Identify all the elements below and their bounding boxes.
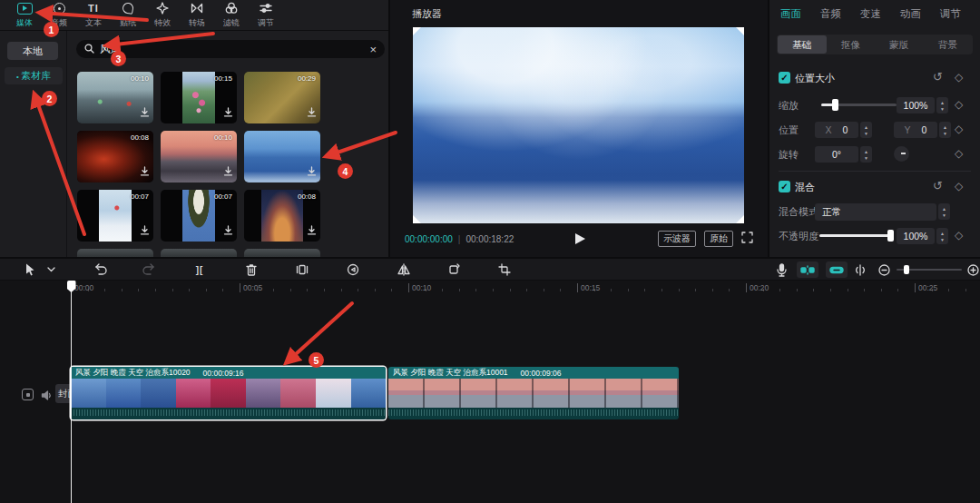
reverse-icon[interactable] (346, 262, 360, 277)
download-icon[interactable] (307, 104, 317, 121)
redo-icon[interactable] (142, 262, 156, 277)
search-input[interactable] (100, 44, 364, 54)
mirror-icon[interactable] (397, 262, 411, 277)
tab-speed[interactable]: 变速 (860, 7, 881, 21)
tab-picture[interactable]: 画面 (780, 7, 801, 21)
tab-media[interactable]: 媒体 (7, 2, 42, 29)
download-icon[interactable] (307, 222, 317, 239)
play-button[interactable] (575, 233, 585, 244)
tab-adjust[interactable]: 调节 (249, 2, 283, 29)
rotate-stepper[interactable]: ▲▼ (860, 146, 872, 163)
auto-snap-icon[interactable] (797, 261, 818, 278)
subtab-mask[interactable]: 蒙版 (875, 35, 924, 54)
timeline-clip-1[interactable]: 风景 夕阳 晚霞 天空 治愈系10020 00:00:09:16 (71, 367, 386, 419)
tab-adjust-settings[interactable]: 调节 (940, 7, 961, 21)
zoom-in-icon[interactable] (965, 262, 980, 277)
tab-effects[interactable]: 特效 (145, 2, 180, 29)
position-row: 位置 X0 ▲▼ Y0 ▲▼ ◇ (769, 121, 980, 139)
timeline-clip-2[interactable]: 风景 夕阳 晚霞 天空 治愈系10001 00:00:09:06 (388, 367, 679, 419)
rotate-icon[interactable] (446, 262, 461, 277)
keyframe-diamond-icon[interactable]: ◇ (955, 147, 963, 160)
subtab-basic[interactable]: 基础 (778, 35, 827, 54)
material-thumb-partial[interactable] (244, 249, 320, 257)
link-preview-icon[interactable] (826, 261, 848, 278)
tab-transition[interactable]: 转场 (180, 2, 214, 29)
blend-mode-stepper[interactable]: ▲▼ (938, 203, 950, 220)
keyframe-diamond-icon[interactable]: ◇ (955, 98, 963, 111)
download-icon[interactable] (223, 104, 233, 121)
download-icon[interactable] (223, 222, 233, 239)
material-thumb-partial[interactable] (161, 249, 237, 257)
sidebar-item-local[interactable]: 本地 (7, 42, 58, 60)
material-thumb-ocean[interactable] (244, 131, 320, 182)
clear-search-icon[interactable]: × (369, 44, 377, 55)
select-tool-icon[interactable] (23, 262, 37, 277)
material-thumb-night-arch[interactable]: 00:08 (244, 190, 320, 242)
reset-icon[interactable]: ↺ (933, 179, 943, 192)
material-thumb-city[interactable]: 00:10 (77, 72, 153, 123)
opacity-slider[interactable] (819, 234, 892, 237)
track-toggle-icon[interactable] (22, 389, 34, 400)
opacity-row: 不透明度 100% ▲▼ ◇ (769, 227, 980, 245)
position-size-checkbox[interactable]: ✓ (779, 72, 790, 84)
download-icon[interactable] (140, 222, 150, 239)
transform-handle[interactable] (413, 27, 421, 35)
subtab-cutout[interactable]: 抠像 (827, 35, 876, 54)
blend-mode-select[interactable]: 正常 (815, 203, 936, 221)
position-y-stepper[interactable]: ▲▼ (939, 122, 951, 138)
fullscreen-icon[interactable] (741, 231, 753, 247)
tab-audio-settings[interactable]: 音频 (820, 7, 841, 21)
tab-sticker[interactable]: 贴纸 (111, 2, 145, 29)
rotate-value[interactable]: 0° (815, 146, 858, 163)
material-thumb-snow[interactable]: 00:07 (77, 190, 153, 242)
record-voiceover-icon[interactable] (774, 262, 789, 277)
scope-button[interactable]: 示波器 (658, 231, 696, 247)
original-quality-button[interactable]: 原始 (704, 231, 733, 247)
preview-axis-icon[interactable] (853, 262, 867, 277)
opacity-value[interactable]: 100% (897, 228, 935, 244)
position-x-field[interactable]: X0 (815, 122, 858, 138)
keyframe-diamond-icon[interactable]: ◇ (955, 180, 963, 192)
download-icon[interactable] (307, 163, 317, 180)
position-x-stepper[interactable]: ▲▼ (860, 122, 872, 138)
download-icon[interactable] (223, 163, 233, 180)
scale-stepper[interactable]: ▲▼ (936, 97, 948, 113)
position-y-field[interactable]: Y0 (894, 122, 937, 138)
timeline-ruler[interactable]: 00:00 00:05 00:10 00:15 00:20 00:25 (0, 281, 980, 297)
scale-slider[interactable] (821, 104, 897, 106)
material-thumb-flowers[interactable]: 00:15 (161, 72, 237, 123)
material-thumb-partial[interactable] (77, 249, 153, 257)
freeze-frame-icon[interactable] (295, 262, 309, 277)
tab-filter[interactable]: 滤镜 (214, 2, 249, 29)
download-icon[interactable] (140, 104, 150, 121)
material-thumb-fire[interactable]: 00:08 (77, 131, 153, 182)
delete-icon[interactable] (244, 262, 259, 277)
timeline-zoom-slider[interactable] (897, 269, 962, 271)
transform-handle[interactable] (736, 215, 744, 223)
material-thumb-forest[interactable]: 00:29 (244, 72, 320, 123)
mute-track-icon[interactable] (41, 389, 53, 400)
material-thumb-sunset-beach[interactable]: 00:10 (161, 131, 237, 182)
scale-value[interactable]: 100% (897, 97, 935, 113)
split-icon[interactable]: ][ (192, 262, 207, 277)
keyframe-diamond-icon[interactable]: ◇ (955, 229, 963, 242)
tab-text[interactable]: TI 文本 (76, 2, 111, 29)
download-icon[interactable] (140, 163, 150, 180)
crop-icon[interactable] (497, 262, 512, 277)
zoom-out-icon[interactable] (877, 262, 891, 277)
material-thumb-tree[interactable]: 00:07 (161, 190, 237, 242)
video-preview[interactable] (413, 27, 744, 223)
keyframe-diamond-icon[interactable]: ◇ (955, 71, 963, 84)
chevron-down-icon[interactable] (44, 262, 58, 277)
transform-handle[interactable] (413, 215, 421, 223)
subtab-background[interactable]: 背景 (924, 35, 973, 54)
undo-icon[interactable] (93, 262, 107, 277)
tab-animation[interactable]: 动画 (900, 7, 921, 21)
blend-checkbox[interactable]: ✓ (779, 181, 790, 192)
transform-handle[interactable] (736, 27, 744, 35)
keyframe-diamond-icon[interactable]: ◇ (955, 123, 963, 135)
opacity-stepper[interactable]: ▲▼ (936, 228, 948, 244)
reset-icon[interactable]: ↺ (933, 70, 943, 84)
rotate-dial[interactable] (894, 146, 909, 162)
sidebar-item-library[interactable]: •素材库 (5, 67, 63, 84)
